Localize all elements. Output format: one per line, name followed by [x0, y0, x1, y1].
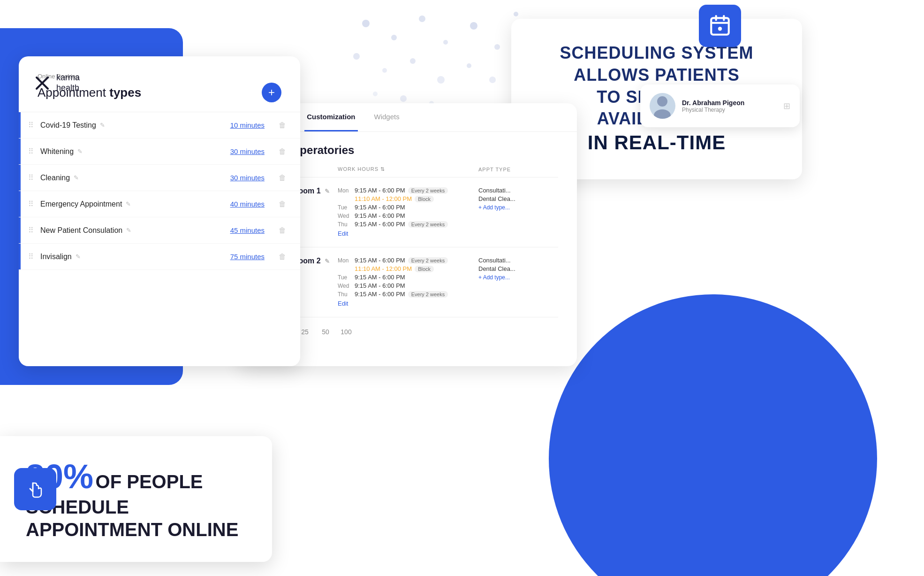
svg-point-22 [657, 96, 667, 107]
operatories-title: List of Operatories [258, 144, 558, 157]
edit-pencil-icon[interactable]: ✎ [74, 174, 79, 181]
svg-point-6 [514, 12, 518, 16]
svg-point-1 [391, 35, 397, 40]
edit-pencil-icon[interactable]: ✎ [100, 122, 105, 129]
svg-point-23 [654, 109, 671, 119]
appt-item-name: New Patient Consulation ✎ [40, 226, 222, 235]
drag-handle[interactable]: ⠿ [28, 147, 34, 156]
edit-pencil-icon[interactable]: ✎ [77, 148, 83, 155]
svg-point-2 [419, 15, 425, 22]
drag-handle[interactable]: ⠿ [28, 226, 34, 235]
doctor-avatar [650, 93, 675, 119]
appt-item-name: Whitening ✎ [40, 147, 222, 156]
add-type-link[interactable]: + Add type... [478, 274, 510, 281]
page-num-100[interactable]: 100 [339, 324, 354, 339]
svg-point-9 [410, 58, 416, 64]
appointment-list: ⠿ Covid-19 Testing ✎ 10 minutes 🗑 ⠿ Whit… [19, 112, 300, 270]
appt-item-name: Covid-19 Testing ✎ [40, 121, 222, 130]
delete-icon[interactable]: 🗑 [279, 226, 286, 235]
edit-pencil-icon[interactable]: ✎ [126, 200, 131, 207]
svg-rect-17 [711, 18, 729, 34]
add-appointment-button[interactable]: + [262, 83, 281, 102]
svg-point-5 [494, 44, 500, 50]
room-appt-types: Consultati...Dental Clea... + Add type..… [478, 187, 535, 211]
appt-duration[interactable]: 10 minutes [222, 121, 265, 129]
appt-item-name: Cleaning ✎ [40, 174, 222, 182]
svg-point-8 [382, 68, 387, 73]
room-row: ✕ Room 1 ✎ Mon 9:15 AM - 6:00 PM Every 2… [258, 177, 558, 247]
stats-content: 80% OF PEOPLE SCHEDULE APPOINTMENT ONLIN… [26, 457, 246, 541]
svg-point-0 [362, 20, 370, 27]
appt-duration[interactable]: 75 minutes [222, 253, 265, 261]
page-num-50[interactable]: 50 [318, 324, 333, 339]
appt-duration[interactable]: 30 minutes [222, 147, 265, 155]
appointment-item: ⠿ Invisalign ✎ 75 minutes 🗑 [19, 244, 300, 270]
appointment-item: ⠿ New Patient Consulation ✎ 45 minutes 🗑 [19, 217, 300, 244]
logo-text: karma health [56, 73, 80, 93]
doctor-info: Dr. Abraham Pigeon Physical Therapy [682, 99, 744, 113]
delete-icon[interactable]: 🗑 [279, 147, 286, 156]
room-edit-icon[interactable]: ✎ [325, 258, 330, 265]
svg-point-12 [489, 77, 496, 83]
touch-icon-box [14, 468, 56, 510]
touch-icon [23, 477, 47, 501]
appt-duration[interactable]: 40 minutes [222, 200, 265, 208]
add-type-link[interactable]: + Add type... [478, 204, 510, 211]
col-header-workhours: WORK HOURS ⇅ [338, 166, 474, 172]
room-appt-types: Consultati...Dental Clea... + Add type..… [478, 257, 535, 281]
svg-point-10 [437, 76, 445, 84]
nav-customization[interactable]: Customization [304, 103, 357, 131]
room-row: ✕ Room 2 ✎ Mon 9:15 AM - 6:00 PM Every 2… [258, 247, 558, 317]
appointment-item: ⠿ Whitening ✎ 30 minutes 🗑 [19, 138, 300, 165]
room-schedule: Mon 9:15 AM - 6:00 PM Every 2 weeks 11:1… [338, 187, 474, 238]
drag-handle[interactable]: ⠿ [28, 173, 34, 182]
blue-circle-decoration [549, 294, 877, 576]
delete-icon[interactable]: 🗑 [279, 253, 286, 261]
svg-point-11 [467, 63, 471, 68]
karma-logo-icon [33, 74, 52, 92]
svg-point-7 [353, 53, 360, 60]
operatories-table-header: OPERATORY ⇅ WORK HOURS ⇅ APPT TYPE [258, 166, 558, 177]
appt-duration[interactable]: 30 minutes [222, 174, 265, 182]
appointment-item: ⠿ Covid-19 Testing ✎ 10 minutes 🗑 [19, 112, 300, 138]
col-header-appttype: APPT TYPE [478, 167, 549, 172]
nav-widgets[interactable]: Widgets [372, 103, 402, 131]
drag-handle[interactable]: ⠿ [28, 252, 34, 261]
room-edit-link[interactable]: Edit [338, 230, 348, 237]
appt-item-name: Emergency Appointment ✎ [40, 200, 222, 208]
svg-point-15 [400, 95, 407, 102]
appt-item-name: Invisalign ✎ [40, 253, 222, 261]
appointment-item: ⠿ Emergency Appointment ✎ 40 minutes 🗑 [19, 191, 300, 217]
doctor-name: Dr. Abraham Pigeon [682, 99, 744, 107]
appointment-item: ⠿ Cleaning ✎ 30 minutes 🗑 [19, 165, 300, 191]
drag-handle[interactable]: ⠿ [28, 121, 34, 130]
room-edit-link[interactable]: Edit [338, 300, 348, 307]
delete-icon[interactable]: 🗑 [279, 200, 286, 208]
room-edit-icon[interactable]: ✎ [325, 188, 330, 195]
delete-icon[interactable]: 🗑 [279, 174, 286, 182]
doctor-card: Dr. Abraham Pigeon Physical Therapy ⊞ [640, 84, 800, 127]
logo-area: karma health [33, 73, 80, 93]
svg-point-4 [470, 22, 477, 30]
edit-pencil-icon[interactable]: ✎ [126, 227, 131, 234]
room-schedule: Mon 9:15 AM - 6:00 PM Every 2 weeks 11:1… [338, 257, 474, 307]
svg-point-3 [443, 40, 448, 45]
svg-point-14 [373, 92, 378, 96]
drag-handle[interactable]: ⠿ [28, 200, 34, 208]
rooms-container: ✕ Room 1 ✎ Mon 9:15 AM - 6:00 PM Every 2… [258, 177, 558, 317]
delete-icon[interactable]: 🗑 [279, 121, 286, 130]
pagination: 102550100 [258, 317, 558, 346]
doctor-specialty: Physical Therapy [682, 107, 744, 113]
doctor-card-icon: ⊞ [783, 101, 790, 111]
appointment-types-card: Online Booking Appointment types + ⠿ Cov… [19, 56, 300, 366]
edit-pencil-icon[interactable]: ✎ [76, 253, 81, 260]
appt-duration[interactable]: 45 minutes [222, 226, 265, 234]
calendar-icon-box [699, 5, 741, 47]
stats-text-2: APPOINTMENT ONLINE [26, 518, 246, 541]
svg-point-21 [718, 27, 722, 31]
